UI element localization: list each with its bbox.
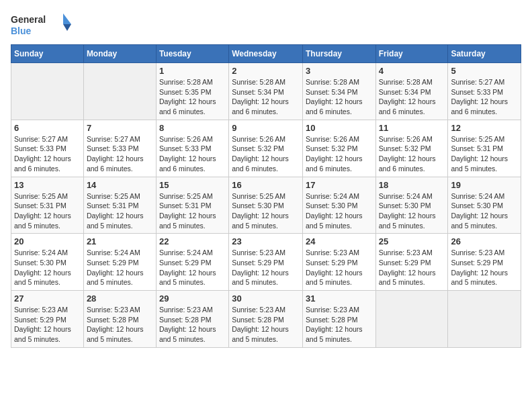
calendar-week-row: 27Sunrise: 5:23 AM Sunset: 5:29 PM Dayli…: [11, 291, 521, 348]
day-info: Sunrise: 5:23 AM Sunset: 5:29 PM Dayligh…: [451, 248, 518, 287]
day-number: 15: [159, 180, 226, 190]
calendar-cell: 27Sunrise: 5:23 AM Sunset: 5:29 PM Dayli…: [11, 291, 84, 348]
day-info: Sunrise: 5:24 AM Sunset: 5:30 PM Dayligh…: [306, 191, 373, 231]
day-info: Sunrise: 5:25 AM Sunset: 5:30 PM Dayligh…: [232, 191, 300, 231]
day-number: 9: [232, 123, 300, 133]
calendar-week-row: 13Sunrise: 5:25 AM Sunset: 5:31 PM Dayli…: [11, 177, 521, 234]
day-info: Sunrise: 5:23 AM Sunset: 5:29 PM Dayligh…: [232, 248, 300, 287]
day-of-week-header: Sunday: [11, 45, 84, 63]
page-header: General Blue: [11, 11, 521, 38]
day-number: 13: [14, 180, 81, 190]
day-of-week-header: Monday: [83, 45, 156, 63]
calendar-cell: 2Sunrise: 5:28 AM Sunset: 5:34 PM Daylig…: [229, 63, 303, 120]
day-info: Sunrise: 5:23 AM Sunset: 5:29 PM Dayligh…: [306, 248, 373, 287]
calendar-cell: 12Sunrise: 5:25 AM Sunset: 5:31 PM Dayli…: [448, 120, 521, 177]
calendar-cell: 13Sunrise: 5:25 AM Sunset: 5:31 PM Dayli…: [11, 177, 84, 234]
calendar-cell: [83, 63, 156, 120]
calendar-cell: 10Sunrise: 5:26 AM Sunset: 5:32 PM Dayli…: [302, 120, 375, 177]
day-of-week-header: Thursday: [302, 45, 375, 63]
day-number: 28: [87, 293, 153, 304]
calendar-cell: 22Sunrise: 5:24 AM Sunset: 5:29 PM Dayli…: [156, 234, 228, 291]
day-number: 20: [14, 236, 81, 246]
calendar-cell: 8Sunrise: 5:26 AM Sunset: 5:33 PM Daylig…: [156, 120, 228, 177]
day-number: 18: [379, 180, 445, 190]
day-info: Sunrise: 5:23 AM Sunset: 5:28 PM Dayligh…: [306, 305, 373, 345]
day-number: 14: [87, 180, 153, 190]
day-info: Sunrise: 5:24 AM Sunset: 5:30 PM Dayligh…: [379, 191, 445, 231]
calendar-week-row: 6Sunrise: 5:27 AM Sunset: 5:33 PM Daylig…: [11, 120, 521, 177]
day-info: Sunrise: 5:27 AM Sunset: 5:33 PM Dayligh…: [87, 134, 153, 174]
calendar-cell: 9Sunrise: 5:26 AM Sunset: 5:32 PM Daylig…: [229, 120, 303, 177]
day-number: 27: [14, 293, 81, 304]
calendar-cell: [375, 291, 448, 348]
calendar-cell: 20Sunrise: 5:24 AM Sunset: 5:30 PM Dayli…: [11, 234, 84, 291]
calendar-cell: 18Sunrise: 5:24 AM Sunset: 5:30 PM Dayli…: [375, 177, 448, 234]
calendar-cell: 3Sunrise: 5:28 AM Sunset: 5:34 PM Daylig…: [302, 63, 375, 120]
day-info: Sunrise: 5:26 AM Sunset: 5:33 PM Dayligh…: [159, 134, 226, 174]
day-of-week-header: Wednesday: [229, 45, 303, 63]
day-number: 8: [159, 123, 226, 133]
calendar-cell: [11, 63, 84, 120]
day-number: 1: [159, 66, 226, 76]
calendar-cell: 19Sunrise: 5:24 AM Sunset: 5:30 PM Dayli…: [448, 177, 521, 234]
day-number: 21: [87, 236, 153, 246]
day-info: Sunrise: 5:23 AM Sunset: 5:28 PM Dayligh…: [232, 305, 300, 345]
day-number: 23: [232, 236, 300, 246]
calendar-cell: 26Sunrise: 5:23 AM Sunset: 5:29 PM Dayli…: [448, 234, 521, 291]
day-info: Sunrise: 5:25 AM Sunset: 5:31 PM Dayligh…: [451, 134, 518, 174]
day-number: 24: [306, 236, 373, 246]
calendar-cell: 11Sunrise: 5:26 AM Sunset: 5:32 PM Dayli…: [375, 120, 448, 177]
day-info: Sunrise: 5:26 AM Sunset: 5:32 PM Dayligh…: [306, 134, 373, 174]
calendar-week-row: 1Sunrise: 5:28 AM Sunset: 5:35 PM Daylig…: [11, 63, 521, 120]
day-info: Sunrise: 5:28 AM Sunset: 5:34 PM Dayligh…: [306, 77, 373, 117]
day-info: Sunrise: 5:26 AM Sunset: 5:32 PM Dayligh…: [379, 134, 445, 174]
calendar-cell: 7Sunrise: 5:27 AM Sunset: 5:33 PM Daylig…: [83, 120, 156, 177]
svg-text:Blue: Blue: [11, 26, 32, 36]
day-number: 5: [451, 66, 518, 76]
day-number: 29: [159, 293, 226, 304]
day-info: Sunrise: 5:25 AM Sunset: 5:31 PM Dayligh…: [159, 191, 226, 231]
day-info: Sunrise: 5:28 AM Sunset: 5:35 PM Dayligh…: [159, 77, 226, 117]
calendar-body: 1Sunrise: 5:28 AM Sunset: 5:35 PM Daylig…: [11, 63, 521, 348]
day-info: Sunrise: 5:27 AM Sunset: 5:33 PM Dayligh…: [14, 134, 81, 174]
day-number: 6: [14, 123, 81, 133]
day-info: Sunrise: 5:24 AM Sunset: 5:29 PM Dayligh…: [87, 248, 153, 287]
day-number: 30: [232, 293, 300, 304]
calendar-cell: 6Sunrise: 5:27 AM Sunset: 5:33 PM Daylig…: [11, 120, 84, 177]
day-info: Sunrise: 5:28 AM Sunset: 5:34 PM Dayligh…: [232, 77, 300, 117]
day-info: Sunrise: 5:23 AM Sunset: 5:29 PM Dayligh…: [14, 305, 81, 345]
day-number: 4: [379, 66, 445, 76]
day-number: 17: [306, 180, 373, 190]
calendar-cell: 24Sunrise: 5:23 AM Sunset: 5:29 PM Dayli…: [302, 234, 375, 291]
calendar-cell: 23Sunrise: 5:23 AM Sunset: 5:29 PM Dayli…: [229, 234, 303, 291]
day-number: 26: [451, 236, 518, 246]
day-info: Sunrise: 5:26 AM Sunset: 5:32 PM Dayligh…: [232, 134, 300, 174]
calendar-cell: 16Sunrise: 5:25 AM Sunset: 5:30 PM Dayli…: [229, 177, 303, 234]
day-info: Sunrise: 5:24 AM Sunset: 5:29 PM Dayligh…: [159, 248, 226, 287]
day-of-week-header: Friday: [375, 45, 448, 63]
day-number: 7: [87, 123, 153, 133]
day-of-week-header: Saturday: [448, 45, 521, 63]
calendar-cell: 17Sunrise: 5:24 AM Sunset: 5:30 PM Dayli…: [302, 177, 375, 234]
calendar-cell: 14Sunrise: 5:25 AM Sunset: 5:31 PM Dayli…: [83, 177, 156, 234]
day-number: 10: [306, 123, 373, 133]
calendar-table: SundayMondayTuesdayWednesdayThursdayFrid…: [11, 44, 521, 348]
svg-marker-3: [63, 24, 71, 31]
day-info: Sunrise: 5:24 AM Sunset: 5:30 PM Dayligh…: [14, 248, 81, 287]
calendar-cell: 5Sunrise: 5:27 AM Sunset: 5:33 PM Daylig…: [448, 63, 521, 120]
calendar-cell: 29Sunrise: 5:23 AM Sunset: 5:28 PM Dayli…: [156, 291, 228, 348]
calendar-cell: 31Sunrise: 5:23 AM Sunset: 5:28 PM Dayli…: [302, 291, 375, 348]
day-info: Sunrise: 5:27 AM Sunset: 5:33 PM Dayligh…: [451, 77, 518, 117]
day-info: Sunrise: 5:25 AM Sunset: 5:31 PM Dayligh…: [87, 191, 153, 231]
svg-marker-2: [63, 13, 71, 24]
day-number: 3: [306, 66, 373, 76]
logo: General Blue: [11, 11, 71, 38]
calendar-cell: [448, 291, 521, 348]
calendar-cell: 1Sunrise: 5:28 AM Sunset: 5:35 PM Daylig…: [156, 63, 228, 120]
day-number: 11: [379, 123, 445, 133]
calendar-week-row: 20Sunrise: 5:24 AM Sunset: 5:30 PM Dayli…: [11, 234, 521, 291]
day-number: 22: [159, 236, 226, 246]
day-number: 16: [232, 180, 300, 190]
calendar-cell: 15Sunrise: 5:25 AM Sunset: 5:31 PM Dayli…: [156, 177, 228, 234]
logo-svg: General Blue: [11, 11, 71, 38]
